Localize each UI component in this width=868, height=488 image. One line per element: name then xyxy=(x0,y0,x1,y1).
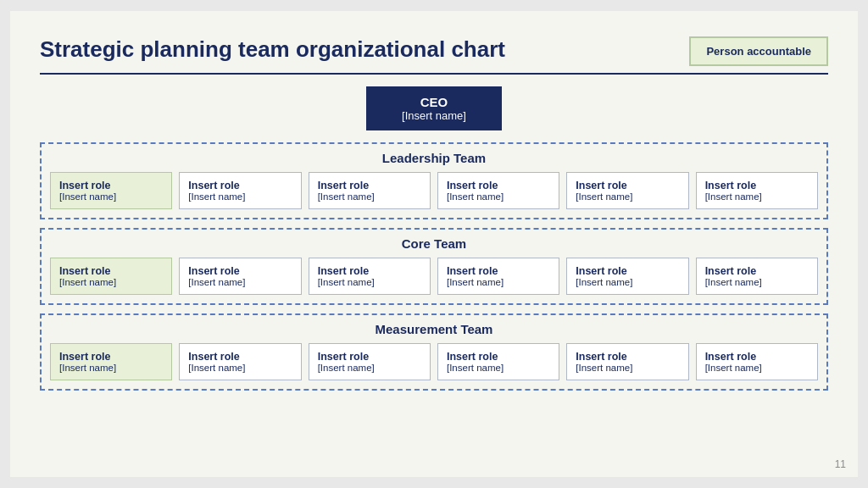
card-measurement-0: Insert role[Insert name] xyxy=(50,343,172,380)
teams-container: Leadership TeamInsert role[Insert name]I… xyxy=(40,142,828,391)
card-name-measurement-4: [Insert name] xyxy=(576,363,679,373)
card-core-1: Insert role[Insert name] xyxy=(179,258,301,295)
slide-title: Strategic planning team organizational c… xyxy=(40,36,505,63)
card-role-leadership-4: Insert role xyxy=(576,180,679,191)
team-label-leadership: Leadership Team xyxy=(50,151,818,165)
page-number: 11 xyxy=(835,458,846,470)
card-role-leadership-1: Insert role xyxy=(188,180,292,191)
cards-row-measurement: Insert role[Insert name]Insert role[Inse… xyxy=(50,343,818,380)
card-core-2: Insert role[Insert name] xyxy=(309,258,431,295)
team-section-core: Core TeamInsert role[Insert name]Insert … xyxy=(40,228,828,305)
card-name-core-5: [Insert name] xyxy=(705,277,809,287)
card-leadership-2: Insert role[Insert name] xyxy=(309,172,431,209)
card-role-measurement-2: Insert role xyxy=(318,351,421,363)
card-role-core-0: Insert role xyxy=(59,265,163,277)
card-name-leadership-0: [Insert name] xyxy=(59,191,163,202)
card-role-measurement-4: Insert role xyxy=(576,351,679,363)
card-name-leadership-3: [Insert name] xyxy=(447,191,550,202)
card-role-leadership-5: Insert role xyxy=(705,180,809,191)
card-measurement-1: Insert role[Insert name] xyxy=(179,343,301,380)
slide: Strategic planning team organizational c… xyxy=(10,11,858,477)
divider xyxy=(40,73,828,75)
card-name-leadership-1: [Insert name] xyxy=(188,191,292,202)
card-role-core-5: Insert role xyxy=(705,265,809,277)
card-role-measurement-3: Insert role xyxy=(447,351,550,363)
card-name-measurement-2: [Insert name] xyxy=(318,363,421,373)
card-name-measurement-3: [Insert name] xyxy=(447,363,550,373)
card-role-leadership-0: Insert role xyxy=(59,180,163,191)
card-core-0: Insert role[Insert name] xyxy=(50,258,172,295)
card-role-measurement-1: Insert role xyxy=(188,351,292,363)
card-name-core-0: [Insert name] xyxy=(59,277,163,287)
card-measurement-4: Insert role[Insert name] xyxy=(566,343,688,380)
card-measurement-2: Insert role[Insert name] xyxy=(309,343,431,380)
card-role-core-1: Insert role xyxy=(188,265,292,277)
ceo-box: CEO [Insert name] xyxy=(366,86,502,130)
ceo-wrapper: CEO [Insert name] xyxy=(40,86,828,130)
card-leadership-5: Insert role[Insert name] xyxy=(696,172,818,209)
team-section-leadership: Leadership TeamInsert role[Insert name]I… xyxy=(40,142,828,219)
card-name-core-3: [Insert name] xyxy=(447,277,550,287)
card-name-leadership-2: [Insert name] xyxy=(318,191,421,202)
card-leadership-0: Insert role[Insert name] xyxy=(50,172,172,209)
card-core-5: Insert role[Insert name] xyxy=(696,258,818,295)
team-section-measurement: Measurement TeamInsert role[Insert name]… xyxy=(40,313,828,391)
card-role-core-4: Insert role xyxy=(576,265,679,277)
card-name-measurement-0: [Insert name] xyxy=(59,363,163,373)
card-leadership-4: Insert role[Insert name] xyxy=(566,172,688,209)
card-role-measurement-5: Insert role xyxy=(705,351,809,363)
card-role-measurement-0: Insert role xyxy=(59,351,163,363)
card-name-leadership-5: [Insert name] xyxy=(705,191,809,202)
card-leadership-1: Insert role[Insert name] xyxy=(179,172,301,209)
card-core-3: Insert role[Insert name] xyxy=(437,258,559,295)
ceo-name: [Insert name] xyxy=(392,109,476,122)
card-core-4: Insert role[Insert name] xyxy=(566,258,688,295)
card-name-measurement-1: [Insert name] xyxy=(188,363,292,373)
card-role-core-3: Insert role xyxy=(447,265,550,277)
cards-row-core: Insert role[Insert name]Insert role[Inse… xyxy=(50,258,818,295)
card-name-leadership-4: [Insert name] xyxy=(576,191,679,202)
card-leadership-3: Insert role[Insert name] xyxy=(437,172,559,209)
card-name-core-4: [Insert name] xyxy=(576,277,679,287)
card-measurement-3: Insert role[Insert name] xyxy=(437,343,559,380)
cards-row-leadership: Insert role[Insert name]Insert role[Inse… xyxy=(50,172,818,209)
card-measurement-5: Insert role[Insert name] xyxy=(696,343,818,380)
card-role-leadership-3: Insert role xyxy=(447,180,550,191)
ceo-title: CEO xyxy=(392,95,476,109)
card-name-core-2: [Insert name] xyxy=(318,277,421,287)
card-name-core-1: [Insert name] xyxy=(188,277,292,287)
team-label-measurement: Measurement Team xyxy=(50,322,818,336)
header-row: Strategic planning team organizational c… xyxy=(40,36,828,66)
team-label-core: Core Team xyxy=(50,236,818,251)
legend-box: Person accountable xyxy=(689,36,828,66)
card-role-core-2: Insert role xyxy=(318,265,421,277)
card-role-leadership-2: Insert role xyxy=(318,180,421,191)
card-name-measurement-5: [Insert name] xyxy=(705,363,809,373)
